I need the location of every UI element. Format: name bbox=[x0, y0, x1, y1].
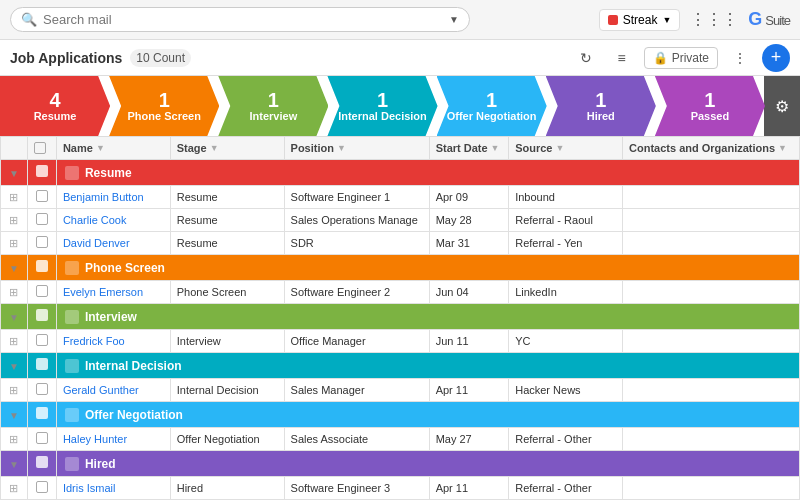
row-name-group-interview-0[interactable]: Fredrick Foo bbox=[56, 330, 170, 353]
group-chevron-group-offer-negotiation[interactable]: ▼ bbox=[9, 410, 19, 421]
group-label-group-offer-negotiation[interactable]: Offer Negotiation bbox=[56, 402, 799, 428]
more-options-button[interactable]: ⋮ bbox=[726, 44, 754, 72]
row-name-group-internal-decision-0[interactable]: Gerald Gunther bbox=[56, 379, 170, 402]
row-check-group-resume-1[interactable] bbox=[27, 209, 56, 232]
row-position-group-offer-negotiation-0: Sales Associate bbox=[284, 428, 429, 451]
group-chevron-group-resume[interactable]: ▼ bbox=[9, 168, 19, 179]
row-start-date-group-resume-2: Mar 31 bbox=[429, 232, 509, 255]
row-stage-group-offer-negotiation-0: Offer Negotiation bbox=[170, 428, 284, 451]
group-chevron-group-internal-decision[interactable]: ▼ bbox=[9, 361, 19, 372]
pipeline-stage-hired[interactable]: 1 Hired bbox=[546, 76, 656, 136]
pipeline-stage-internal-decision[interactable]: 1 Internal Decision bbox=[327, 76, 437, 136]
group-expand-group-interview[interactable]: ▼ bbox=[1, 304, 28, 330]
row-check-group-resume-0[interactable] bbox=[27, 186, 56, 209]
stage-count-resume: 4 bbox=[50, 90, 61, 110]
group-check-group-resume bbox=[27, 160, 56, 186]
group-label-group-internal-decision[interactable]: Internal Decision bbox=[56, 353, 799, 379]
row-check-group-resume-2[interactable] bbox=[27, 232, 56, 255]
row-position-group-resume-2: SDR bbox=[284, 232, 429, 255]
row-name-group-resume-0[interactable]: Benjamin Button bbox=[56, 186, 170, 209]
search-dropdown-btn[interactable]: ▼ bbox=[449, 14, 459, 25]
group-icon-group-phone-screen bbox=[65, 261, 79, 275]
table-row: ⊞ Charlie Cook Resume Sales Operations M… bbox=[1, 209, 800, 232]
private-label: Private bbox=[672, 51, 709, 65]
th-stage[interactable]: Stage▼ bbox=[170, 137, 284, 160]
pipeline-stage-resume[interactable]: 4 Resume bbox=[0, 76, 110, 136]
row-edit-group-interview-0[interactable]: ⊞ bbox=[1, 330, 28, 353]
stage-name-offer-negotiation: Offer Negotiation bbox=[447, 110, 537, 122]
group-name-group-resume: Resume bbox=[85, 166, 132, 180]
row-checkbox-group-interview-0[interactable] bbox=[36, 334, 48, 346]
row-checkbox-group-resume-1[interactable] bbox=[36, 213, 48, 225]
search-icon: 🔍 bbox=[21, 12, 37, 27]
pipeline-stage-passed[interactable]: 1 Passed bbox=[655, 76, 765, 136]
app-title: Job Applications bbox=[10, 50, 122, 66]
th-start-date[interactable]: Start Date▼ bbox=[429, 137, 509, 160]
group-icon-group-hired bbox=[65, 457, 79, 471]
group-check-group-internal-decision bbox=[27, 353, 56, 379]
row-contacts-group-resume-2 bbox=[623, 232, 800, 255]
row-check-group-interview-0[interactable] bbox=[27, 330, 56, 353]
row-checkbox-group-resume-0[interactable] bbox=[36, 190, 48, 202]
row-edit-group-resume-2[interactable]: ⊞ bbox=[1, 232, 28, 255]
apps-icon[interactable]: ⋮⋮⋮ bbox=[690, 10, 738, 29]
row-start-date-group-resume-1: May 28 bbox=[429, 209, 509, 232]
row-name-group-offer-negotiation-0[interactable]: Haley Hunter bbox=[56, 428, 170, 451]
pipeline-stage-interview[interactable]: 1 Interview bbox=[218, 76, 328, 136]
group-expand-group-offer-negotiation[interactable]: ▼ bbox=[1, 402, 28, 428]
select-all-checkbox[interactable] bbox=[34, 142, 46, 154]
th-name[interactable]: Name▼ bbox=[56, 137, 170, 160]
row-checkbox-group-resume-2[interactable] bbox=[36, 236, 48, 248]
group-label-group-resume[interactable]: Resume bbox=[56, 160, 799, 186]
row-name-group-resume-2[interactable]: David Denver bbox=[56, 232, 170, 255]
stage-count-interview: 1 bbox=[268, 90, 279, 110]
row-checkbox-group-internal-decision-0[interactable] bbox=[36, 383, 48, 395]
row-edit-group-internal-decision-0[interactable]: ⊞ bbox=[1, 379, 28, 402]
search-input[interactable] bbox=[43, 12, 443, 27]
row-edit-group-offer-negotiation-0[interactable]: ⊞ bbox=[1, 428, 28, 451]
th-stage-label: Stage bbox=[177, 142, 207, 154]
group-label-group-hired[interactable]: Hired bbox=[56, 451, 799, 477]
row-name-group-phone-screen-0[interactable]: Evelyn Emerson bbox=[56, 281, 170, 304]
row-edit-group-resume-1[interactable]: ⊞ bbox=[1, 209, 28, 232]
row-check-group-offer-negotiation-0[interactable] bbox=[27, 428, 56, 451]
row-start-date-group-hired-0: Apr 11 bbox=[429, 477, 509, 500]
group-name-group-offer-negotiation: Offer Negotiation bbox=[85, 408, 183, 422]
group-label-group-interview[interactable]: Interview bbox=[56, 304, 799, 330]
row-check-group-internal-decision-0[interactable] bbox=[27, 379, 56, 402]
th-source[interactable]: Source▼ bbox=[509, 137, 623, 160]
pipeline-stage-phone-screen[interactable]: 1 Phone Screen bbox=[109, 76, 219, 136]
group-expand-group-hired[interactable]: ▼ bbox=[1, 451, 28, 477]
count-badge[interactable]: 10 Count bbox=[130, 49, 191, 67]
row-name-group-resume-1[interactable]: Charlie Cook bbox=[56, 209, 170, 232]
row-edit-group-resume-0[interactable]: ⊞ bbox=[1, 186, 28, 209]
row-checkbox-group-hired-0[interactable] bbox=[36, 481, 48, 493]
group-chevron-group-interview[interactable]: ▼ bbox=[9, 312, 19, 323]
stage-name-internal-decision: Internal Decision bbox=[338, 110, 427, 122]
refresh-button[interactable]: ↻ bbox=[572, 44, 600, 72]
table-container: Name▼ Stage▼ Position▼ Start Date▼ Sourc… bbox=[0, 136, 800, 500]
row-checkbox-group-offer-negotiation-0[interactable] bbox=[36, 432, 48, 444]
row-check-group-phone-screen-0[interactable] bbox=[27, 281, 56, 304]
row-check-group-hired-0[interactable] bbox=[27, 477, 56, 500]
add-button[interactable]: + bbox=[762, 44, 790, 72]
private-button[interactable]: 🔒 Private bbox=[644, 47, 718, 69]
streak-badge[interactable]: Streak ▼ bbox=[599, 9, 681, 31]
group-expand-group-internal-decision[interactable]: ▼ bbox=[1, 353, 28, 379]
pipeline-stage-offer-negotiation[interactable]: 1 Offer Negotiation bbox=[437, 76, 547, 136]
group-label-group-phone-screen[interactable]: Phone Screen bbox=[56, 255, 799, 281]
row-source-group-phone-screen-0: LinkedIn bbox=[509, 281, 623, 304]
th-contacts[interactable]: Contacts and Organizations▼ bbox=[623, 137, 800, 160]
row-name-group-hired-0[interactable]: Idris Ismail bbox=[56, 477, 170, 500]
group-expand-group-resume[interactable]: ▼ bbox=[1, 160, 28, 186]
pipeline-gear-button[interactable]: ⚙ bbox=[764, 76, 800, 136]
row-edit-group-hired-0[interactable]: ⊞ bbox=[1, 477, 28, 500]
filter-button[interactable]: ≡ bbox=[608, 44, 636, 72]
th-position[interactable]: Position▼ bbox=[284, 137, 429, 160]
group-icon-group-interview bbox=[65, 310, 79, 324]
group-chevron-group-phone-screen[interactable]: ▼ bbox=[9, 263, 19, 274]
row-checkbox-group-phone-screen-0[interactable] bbox=[36, 285, 48, 297]
group-chevron-group-hired[interactable]: ▼ bbox=[9, 459, 19, 470]
row-edit-group-phone-screen-0[interactable]: ⊞ bbox=[1, 281, 28, 304]
group-expand-group-phone-screen[interactable]: ▼ bbox=[1, 255, 28, 281]
